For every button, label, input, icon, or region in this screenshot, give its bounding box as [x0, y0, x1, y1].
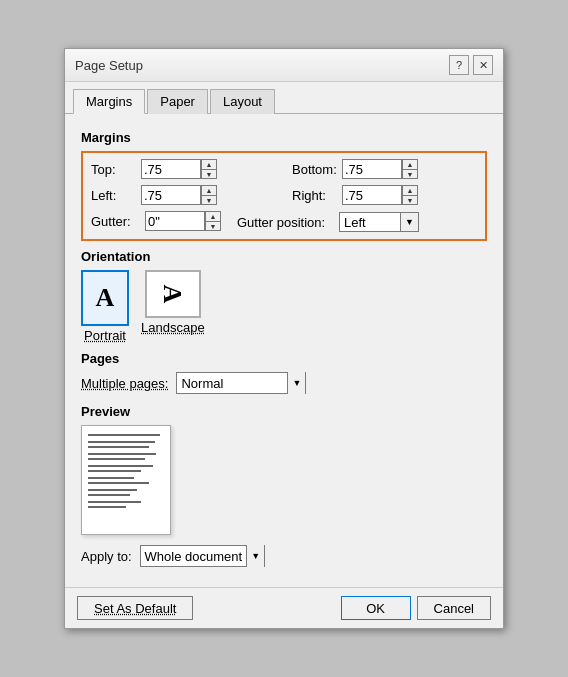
- top-label: Top:: [91, 162, 137, 177]
- top-field-row: Top: ▲ ▼: [91, 159, 276, 179]
- apply-value: Whole document: [141, 549, 247, 564]
- preview-label: Preview: [81, 404, 487, 419]
- bottom-label: Bottom:: [292, 162, 338, 177]
- left-input[interactable]: [141, 185, 201, 205]
- right-spinner-buttons: ▲ ▼: [402, 185, 418, 205]
- preview-line-12: [88, 501, 141, 503]
- portrait-label: Portrait: [84, 328, 126, 343]
- ok-cancel-group: OK Cancel: [341, 596, 491, 620]
- page-setup-dialog: Page Setup ? ✕ Margins Paper Layout Marg…: [64, 48, 504, 629]
- gutter-label: Gutter:: [91, 214, 141, 229]
- gutter-field-row: Gutter: ▲ ▼: [91, 211, 221, 231]
- bottom-input[interactable]: [342, 159, 402, 179]
- tab-margins[interactable]: Margins: [73, 89, 145, 114]
- landscape-icon: A: [145, 270, 201, 318]
- set-default-button[interactable]: Set As Default: [77, 596, 193, 620]
- left-label: Left:: [91, 188, 137, 203]
- margins-section-label: Margins: [81, 130, 487, 145]
- help-button[interactable]: ?: [449, 55, 469, 75]
- preview-box: [81, 425, 171, 535]
- orientation-section: Orientation A Portrait A Landscape: [81, 249, 487, 343]
- preview-line-9: [88, 482, 149, 484]
- gutter-pos-value: Left: [340, 215, 400, 230]
- bottom-bar: Set As Default OK Cancel: [65, 587, 503, 628]
- gutter-input[interactable]: [145, 211, 205, 231]
- right-input[interactable]: [342, 185, 402, 205]
- right-field-row: Right: ▲ ▼: [292, 185, 477, 205]
- gutter-spinner: ▲ ▼: [145, 211, 221, 231]
- title-bar-buttons: ? ✕: [449, 55, 493, 75]
- apply-row: Apply to: Whole document ▼: [81, 545, 487, 567]
- multiple-pages-label: Multiple pages:: [81, 376, 168, 391]
- pages-row: Multiple pages: Normal ▼: [81, 372, 487, 394]
- right-up-btn[interactable]: ▲: [402, 185, 418, 195]
- top-up-btn[interactable]: ▲: [201, 159, 217, 169]
- gutter-pos-arrow[interactable]: ▼: [400, 213, 418, 231]
- gutter-up-btn[interactable]: ▲: [205, 211, 221, 221]
- right-down-btn[interactable]: ▼: [402, 195, 418, 205]
- multiple-pages-arrow[interactable]: ▼: [287, 372, 305, 394]
- preview-line-11: [88, 494, 130, 496]
- dialog-content: Margins Top: ▲ ▼ Bottom:: [65, 114, 503, 587]
- gutter-down-btn[interactable]: ▼: [205, 221, 221, 231]
- left-spinner: ▲ ▼: [141, 185, 217, 205]
- apply-label: Apply to:: [81, 549, 132, 564]
- preview-line-6: [88, 465, 153, 467]
- bottom-down-btn[interactable]: ▼: [402, 169, 418, 179]
- dialog-title: Page Setup: [75, 58, 143, 73]
- preview-line-1: [88, 434, 160, 436]
- left-field-row: Left: ▲ ▼: [91, 185, 276, 205]
- tab-layout[interactable]: Layout: [210, 89, 275, 114]
- portrait-option[interactable]: A Portrait: [81, 270, 129, 343]
- left-down-btn[interactable]: ▼: [201, 195, 217, 205]
- margins-group: Top: ▲ ▼ Bottom: ▲: [81, 151, 487, 241]
- top-input[interactable]: [141, 159, 201, 179]
- pages-label: Pages: [81, 351, 487, 366]
- top-spinner-buttons: ▲ ▼: [201, 159, 217, 179]
- bottom-up-btn[interactable]: ▲: [402, 159, 418, 169]
- top-spinner: ▲ ▼: [141, 159, 217, 179]
- portrait-icon: A: [81, 270, 129, 326]
- preview-line-7: [88, 470, 141, 472]
- apply-dropdown[interactable]: Whole document ▼: [140, 545, 266, 567]
- preview-line-13: [88, 506, 126, 508]
- preview-line-5: [88, 458, 145, 460]
- bottom-spinner: ▲ ▼: [342, 159, 418, 179]
- bottom-field-row: Bottom: ▲ ▼: [292, 159, 477, 179]
- title-bar: Page Setup ? ✕: [65, 49, 503, 82]
- multiple-pages-dropdown[interactable]: Normal ▼: [176, 372, 306, 394]
- apply-arrow[interactable]: ▼: [246, 545, 264, 567]
- tab-bar: Margins Paper Layout: [65, 82, 503, 114]
- left-up-btn[interactable]: ▲: [201, 185, 217, 195]
- left-spinner-buttons: ▲ ▼: [201, 185, 217, 205]
- top-down-btn[interactable]: ▼: [201, 169, 217, 179]
- margins-grid: Top: ▲ ▼ Bottom: ▲: [91, 159, 477, 207]
- preview-section: Preview: [81, 404, 487, 535]
- preview-line-10: [88, 489, 137, 491]
- cancel-button[interactable]: Cancel: [417, 596, 491, 620]
- tab-paper[interactable]: Paper: [147, 89, 208, 114]
- gutter-spinner-buttons: ▲ ▼: [205, 211, 221, 231]
- preview-line-4: [88, 453, 156, 455]
- right-label: Right:: [292, 188, 338, 203]
- ok-button[interactable]: OK: [341, 596, 411, 620]
- close-button[interactable]: ✕: [473, 55, 493, 75]
- orientation-label: Orientation: [81, 249, 487, 264]
- multiple-pages-value: Normal: [177, 376, 287, 391]
- bottom-spinner-buttons: ▲ ▼: [402, 159, 418, 179]
- gutter-pos-label: Gutter position:: [237, 215, 333, 230]
- preview-line-2: [88, 441, 155, 443]
- landscape-label: Landscape: [141, 320, 205, 335]
- right-spinner: ▲ ▼: [342, 185, 418, 205]
- pages-section: Pages Multiple pages: Normal ▼: [81, 351, 487, 394]
- preview-line-8: [88, 477, 134, 479]
- preview-line-3: [88, 446, 149, 448]
- gutter-position-row: Gutter position: Left ▼: [237, 212, 477, 232]
- gutter-pos-dropdown[interactable]: Left ▼: [339, 212, 419, 232]
- landscape-option[interactable]: A Landscape: [141, 270, 205, 343]
- orientation-options: A Portrait A Landscape: [81, 270, 487, 343]
